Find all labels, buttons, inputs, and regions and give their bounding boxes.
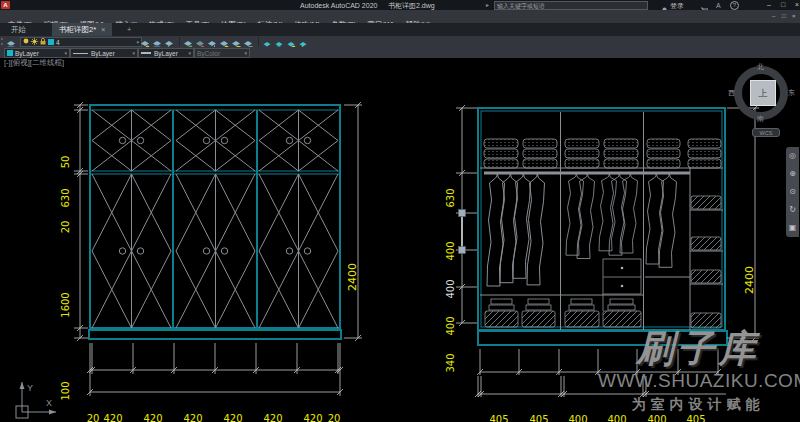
lineweight-sample [141, 52, 151, 54]
doc-close-icon[interactable]: × [792, 13, 796, 19]
compass-north[interactable]: 北 [757, 62, 764, 72]
search-input[interactable]: 输入关键字或短语 [494, 1, 648, 10]
zoom-icon[interactable]: ⊙ [789, 188, 796, 196]
viewcube[interactable]: 北 东 南 西 上 WCS [726, 62, 800, 146]
layer-thaw-icon[interactable] [31, 38, 38, 46]
linetype-dropdown[interactable]: ByLayer ▾ [70, 48, 138, 58]
layer-lock-tool-icon[interactable] [231, 36, 241, 46]
menu-bar: 文件(F)编辑(E)视图(V)插入(I)格式(O)工具(T)绘图(D)标注(N)… [0, 10, 800, 24]
dim-label[interactable]: 420 [263, 414, 282, 422]
layer-previous-icon[interactable] [164, 36, 174, 46]
maximize-button[interactable]: □ [781, 1, 785, 8]
close-button[interactable]: × [795, 1, 799, 8]
help-icon[interactable]: ? [730, 1, 739, 10]
plotstyle-dropdown: ByColor ▾ [194, 48, 250, 58]
tab-start[interactable]: 开始 [4, 23, 33, 36]
lineweight-dropdown-arrow-icon[interactable]: ▾ [188, 50, 191, 56]
pan-icon[interactable]: ⊕ [789, 170, 796, 178]
dim-label[interactable]: 420 [303, 414, 322, 422]
lineweight-dropdown[interactable]: ByLayer ▾ [138, 48, 194, 58]
dim-label[interactable]: 20 [61, 221, 71, 234]
dim-label[interactable]: 400 [607, 415, 626, 422]
dim-label[interactable]: 2400 [744, 266, 755, 294]
dim-label-selected[interactable]: 400 [446, 279, 456, 298]
dim-label[interactable]: 340 [446, 353, 456, 372]
navigation-bar[interactable]: ◎ ⊕ ⊙ ↻ ▣ [786, 147, 799, 237]
autocad-logo[interactable]: A [1, 1, 10, 9]
new-tab-button[interactable]: + [120, 23, 138, 36]
make-current-icon[interactable] [140, 36, 150, 46]
layer-settings-icon[interactable] [298, 36, 308, 46]
linetype-dropdown-arrow-icon[interactable]: ▾ [132, 50, 135, 56]
tab-document[interactable]: 书柜详图2* × [52, 23, 112, 36]
file-tabs-bar: 开始 书柜详图2* × + [0, 23, 800, 36]
compass-west[interactable]: 西 [728, 88, 735, 98]
layer-tools [140, 36, 310, 46]
search-toggle-icon[interactable]: ▸ [486, 2, 489, 8]
layer-unlock-icon[interactable] [243, 36, 253, 46]
ucs-x-label: X [46, 398, 52, 408]
color-dropdown-arrow-icon[interactable]: ▾ [64, 50, 67, 56]
left-elevation [74, 102, 362, 396]
match-layer-icon[interactable] [152, 36, 162, 46]
drawing-canvas[interactable]: [-][俯视][二维线框] .cy{stroke:#0c7e8e;fill:no… [0, 58, 800, 422]
dim-label[interactable]: 630 [61, 188, 71, 207]
watermark-slogan: 为室内设计赋能 [598, 396, 798, 413]
dim-label[interactable]: 100 [61, 381, 71, 400]
dim-grip [459, 247, 466, 254]
dim-label[interactable]: 630 [446, 188, 456, 207]
title-bar: A ▢▱▤▥↶↷▾ Autodesk AutoCAD 2020 书柜详图2.dw… [0, 0, 800, 10]
wcs-dropdown[interactable]: WCS [752, 128, 780, 137]
dim-label[interactable]: 420 [143, 414, 162, 422]
orbit-icon[interactable]: ↻ [789, 206, 796, 214]
dim-label[interactable]: 20 [328, 414, 341, 422]
dim-label[interactable]: 1600 [61, 292, 71, 317]
layer-on-icon[interactable] [23, 38, 29, 46]
color-value: ByLayer [15, 50, 39, 57]
layer-delete-icon[interactable] [286, 36, 296, 46]
dim-label[interactable]: 420 [183, 414, 202, 422]
dim-label[interactable]: 420 [103, 414, 122, 422]
dim-label[interactable]: 400 [446, 316, 456, 335]
dim-label[interactable]: 2400 [347, 263, 358, 291]
dim-label[interactable]: 400 [446, 241, 456, 260]
layer-properties-icon[interactable] [6, 36, 16, 46]
tab-close-icon[interactable]: × [101, 25, 105, 34]
watermark-brand: 刷子库 [598, 330, 798, 367]
viewcube-top-face[interactable]: 上 [750, 80, 776, 106]
layer-freeze-icon[interactable] [207, 36, 217, 46]
layer-walk-icon[interactable] [262, 36, 272, 46]
dim-label[interactable]: 405 [686, 415, 705, 422]
dim-label[interactable]: 405 [489, 415, 508, 422]
doc-restore-icon[interactable]: □ [782, 13, 786, 19]
layer-dropdown-arrow-icon[interactable]: ▾ [136, 39, 139, 45]
drawer-unit [603, 259, 641, 311]
dim-label[interactable]: 420 [223, 414, 242, 422]
toolbar-grip[interactable] [1, 38, 5, 45]
minimize-button[interactable]: – [767, 1, 771, 8]
showmotion-icon[interactable]: ▣ [789, 224, 797, 232]
layer-dropdown[interactable]: 4 ▾ [20, 37, 142, 47]
dim-label[interactable]: 50 [61, 156, 71, 169]
watermark: 刷子库 WWW.SHUAZIKU.COM 为室内设计赋能 [598, 330, 798, 413]
linetype-sample [73, 53, 88, 54]
dim-label[interactable]: 400 [647, 415, 666, 422]
lineweight-value: ByLayer [154, 50, 178, 57]
full-nav-wheel-icon[interactable]: ◎ [789, 152, 796, 160]
layer-merge-icon[interactable] [274, 36, 284, 46]
dim-label[interactable]: 400 [568, 415, 587, 422]
dim-label[interactable]: 20 [87, 414, 100, 422]
doc-minimize-icon[interactable]: – [772, 13, 775, 19]
layer-color-swatch[interactable] [48, 39, 54, 45]
layer-off-icon[interactable] [219, 36, 229, 46]
autodesk-account-icon[interactable]: A [716, 2, 721, 9]
compass-east[interactable]: 东 [788, 88, 795, 98]
color-dropdown[interactable]: ByLayer ▾ [4, 48, 70, 58]
layer-isolate-icon[interactable] [183, 36, 193, 46]
compass-south[interactable]: 南 [757, 114, 764, 124]
layer-lock-icon[interactable] [40, 38, 46, 46]
dim-label[interactable]: 405 [529, 415, 548, 422]
layer-name: 4 [56, 39, 60, 46]
sign-in-link[interactable]: 登录 [670, 2, 684, 9]
layer-unisolate-icon[interactable] [195, 36, 205, 46]
